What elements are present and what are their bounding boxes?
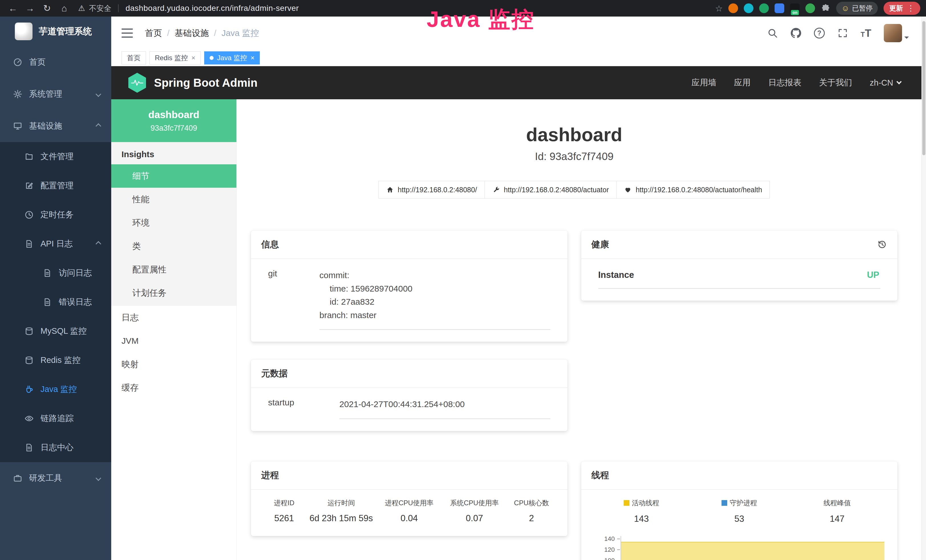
home-icon[interactable]: ⌂ bbox=[57, 3, 71, 14]
sba-item-classes[interactable]: 类 bbox=[111, 235, 236, 258]
sba-item-config-props[interactable]: 配置属性 bbox=[111, 258, 236, 281]
close-icon[interactable]: × bbox=[191, 54, 195, 62]
app-logo bbox=[15, 23, 33, 40]
sba-item-caches[interactable]: 缓存 bbox=[111, 376, 236, 400]
user-menu[interactable] bbox=[884, 24, 909, 42]
insights-group-label: Insights bbox=[111, 142, 236, 164]
threads-chart: 140 120 100 bbox=[593, 536, 887, 560]
card-title: 元数据 bbox=[261, 368, 288, 380]
sba-nav-applications[interactable]: 应用 bbox=[734, 77, 750, 88]
page-instance-id: Id: 93a3fc7f7409 bbox=[251, 151, 897, 163]
sidebar-item-tracing[interactable]: 链路追踪 bbox=[0, 404, 111, 433]
security-label: 不安全 bbox=[89, 3, 111, 14]
health-url-link[interactable]: http://192.168.0.2:48080/actuator/health bbox=[616, 181, 770, 198]
clock-icon bbox=[24, 210, 34, 219]
service-url-link[interactable]: http://192.168.0.2:48080/ bbox=[378, 181, 485, 198]
process-card: 进程 进程ID5261 运行时间6d 23h 15m 59s 进程CPU使用率0… bbox=[251, 461, 567, 536]
close-icon[interactable]: × bbox=[250, 54, 254, 62]
actuator-url-link[interactable]: http://192.168.0.2:48080/actuator bbox=[484, 181, 617, 198]
breadcrumb-infrastructure[interactable]: 基础设施 bbox=[174, 27, 209, 39]
address-bar[interactable]: ⚠ 不安全 dashboard.yudao.iocoder.cn/infra/a… bbox=[78, 3, 299, 14]
sidebar-item-api-logs[interactable]: API 日志 bbox=[0, 229, 111, 259]
sidebar-item-home[interactable]: 首页 bbox=[0, 46, 111, 78]
sba-nav-about[interactable]: 关于我们 bbox=[819, 77, 852, 88]
database-icon bbox=[24, 356, 34, 365]
smiley-icon: ☺ bbox=[841, 4, 849, 13]
sidebar-item-scheduled-jobs[interactable]: 定时任务 bbox=[0, 200, 111, 229]
browser-update-button[interactable]: 更新 ⋮ bbox=[884, 2, 920, 15]
tab-home[interactable]: 首页 bbox=[121, 51, 146, 65]
sba-item-performance[interactable]: 性能 bbox=[111, 188, 236, 211]
extension-icon-green[interactable] bbox=[759, 3, 769, 13]
sidebar-item-system[interactable]: 系统管理 bbox=[0, 78, 111, 110]
status-badge: UP bbox=[867, 270, 879, 280]
chevron-up-icon bbox=[95, 241, 101, 247]
extension-icon-orange[interactable] bbox=[728, 3, 738, 13]
paused-extension-badge[interactable]: ☺ 已暂停 bbox=[836, 2, 878, 15]
health-row-label: Instance bbox=[598, 270, 634, 280]
extension-icon-leaf[interactable] bbox=[805, 3, 815, 13]
sba-locale-select[interactable]: zh-CN bbox=[870, 78, 901, 88]
extension-icon-dark-on[interactable]: on bbox=[790, 3, 800, 13]
scrollbar-thumb[interactable] bbox=[922, 21, 925, 155]
sba-item-jvm[interactable]: JVM bbox=[111, 329, 236, 353]
health-instance-row: Instance UP bbox=[598, 269, 881, 289]
sba-item-loggers[interactable]: 日志 bbox=[111, 306, 236, 329]
monitor-icon bbox=[13, 121, 22, 131]
search-icon[interactable] bbox=[767, 28, 778, 38]
back-icon[interactable]: ← bbox=[6, 3, 20, 14]
extension-icon-teal[interactable] bbox=[744, 3, 754, 13]
sidebar-item-mysql-monitor[interactable]: MySQL 监控 bbox=[0, 317, 111, 346]
sba-sidebar: dashboard 93a3fc7f7409 Insights 细节 性能 环境… bbox=[111, 99, 237, 560]
process-table: 进程ID5261 运行时间6d 23h 15m 59s 进程CPU使用率0.04… bbox=[251, 490, 567, 536]
heart-icon bbox=[624, 186, 632, 194]
fullscreen-icon[interactable] bbox=[837, 28, 848, 38]
chevron-down-icon bbox=[896, 79, 902, 84]
card-title: 健康 bbox=[592, 239, 609, 250]
sba-item-mappings[interactable]: 映射 bbox=[111, 353, 236, 376]
tab-java-monitor[interactable]: Java 监控 × bbox=[204, 51, 260, 65]
reload-icon[interactable]: ↻ bbox=[40, 3, 54, 14]
bookmark-star-icon[interactable]: ☆ bbox=[715, 3, 723, 14]
sidebar-item-file-manage[interactable]: 文件管理 bbox=[0, 142, 111, 171]
threads-legend: 活动线程 143 守护进程 53 线程峰值 147 bbox=[593, 498, 887, 524]
app-logo-row[interactable]: 芋道管理系统 bbox=[0, 17, 111, 46]
sba-item-details[interactable]: 细节 bbox=[111, 164, 236, 188]
sidebar-item-dev-tools[interactable]: 研发工具 bbox=[0, 462, 111, 494]
gear-icon bbox=[13, 89, 22, 99]
instance-header[interactable]: dashboard 93a3fc7f7409 bbox=[111, 99, 236, 142]
document-icon bbox=[24, 239, 34, 248]
hamburger-icon[interactable] bbox=[121, 29, 133, 38]
kebab-menu-icon[interactable]: ⋮ bbox=[907, 4, 915, 13]
help-icon[interactable]: ? bbox=[814, 28, 825, 38]
sba-item-scheduled-tasks[interactable]: 计划任务 bbox=[111, 281, 236, 305]
annotation-java-monitor: Java 监控 bbox=[427, 5, 535, 35]
sidebar-item-access-logs[interactable]: 访问日志 bbox=[0, 259, 111, 288]
spring-boot-admin-logo bbox=[128, 73, 146, 93]
sba-brand-title[interactable]: Spring Boot Admin bbox=[154, 76, 257, 89]
forward-icon[interactable]: → bbox=[23, 3, 37, 14]
github-icon[interactable] bbox=[791, 28, 801, 38]
font-size-icon[interactable]: TT bbox=[861, 28, 871, 38]
breadcrumb-home[interactable]: 首页 bbox=[145, 27, 162, 39]
health-card: 健康 Instance UP bbox=[581, 230, 898, 301]
extensions-puzzle-icon[interactable] bbox=[821, 3, 831, 13]
sba-nav-wallboard[interactable]: 应用墙 bbox=[691, 77, 716, 88]
sba-nav-journal[interactable]: 日志报表 bbox=[768, 77, 801, 88]
sidebar-item-redis-monitor[interactable]: Redis 监控 bbox=[0, 346, 111, 375]
history-icon[interactable] bbox=[877, 239, 887, 250]
sidebar-item-error-logs[interactable]: 错误日志 bbox=[0, 288, 111, 317]
card-title: 线程 bbox=[592, 469, 609, 481]
sidebar-item-config-manage[interactable]: 配置管理 bbox=[0, 171, 111, 200]
tab-redis-monitor[interactable]: Redis 监控 × bbox=[150, 51, 201, 65]
instance-id: 93a3fc7f7409 bbox=[151, 124, 197, 133]
sba-item-environment[interactable]: 环境 bbox=[111, 211, 236, 235]
extension-icon-blue-grid[interactable] bbox=[775, 3, 784, 13]
java-cup-icon bbox=[24, 385, 34, 394]
sidebar-item-java-monitor[interactable]: Java 监控 bbox=[0, 375, 111, 404]
infrastructure-submenu: 文件管理 配置管理 定时任务 API 日志 访问日志 错误日志 MySQL 监控 bbox=[0, 142, 111, 462]
info-card: 信息 git commit: time: 1596289704000 id: 2… bbox=[251, 230, 567, 342]
sidebar-item-log-center[interactable]: 日志中心 bbox=[0, 433, 111, 462]
sidebar-item-infrastructure[interactable]: 基础设施 bbox=[0, 110, 111, 142]
edit-icon bbox=[24, 181, 34, 190]
